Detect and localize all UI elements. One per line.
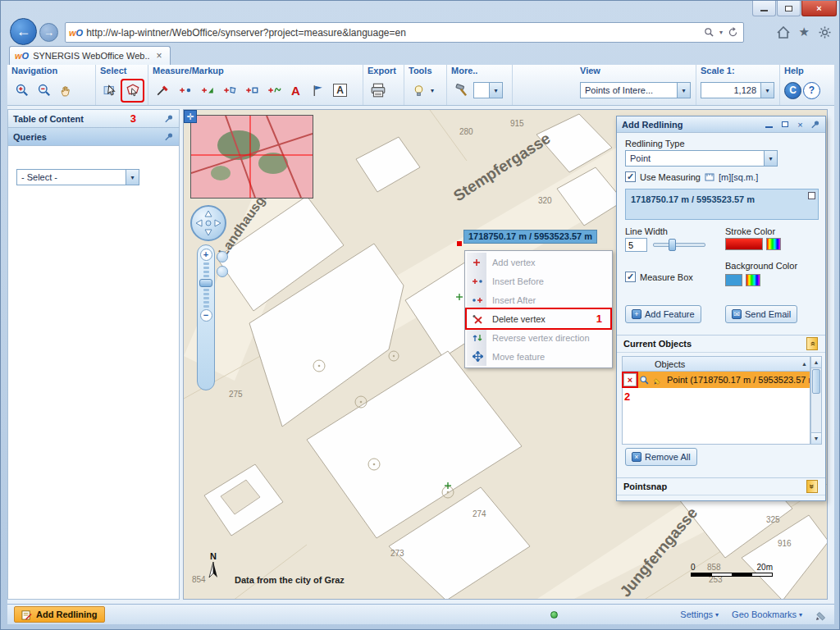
redline-rectangle-button[interactable]: [241, 80, 262, 101]
coordinate-readout: 1718750.17 m / 5953523.57 m: [625, 189, 819, 220]
panel-minimize-icon[interactable]: [764, 119, 774, 130]
minimize-button[interactable]: [752, 1, 776, 16]
panel-close-icon[interactable]: ×: [795, 119, 806, 130]
measure-box-checkbox[interactable]: ✓: [625, 272, 636, 282]
geo-bookmarks-link[interactable]: Geo Bookmarks▾: [732, 609, 802, 619]
query-select-dropdown[interactable]: - Select - ▾: [16, 169, 139, 185]
chevron-down-icon[interactable]: ▾: [489, 83, 502, 98]
zoom-in-button[interactable]: [11, 80, 32, 101]
back-button[interactable]: ←: [10, 18, 37, 45]
chevron-down-icon[interactable]: ▾: [764, 151, 777, 166]
scale-dropdown[interactable]: 1,128▾: [701, 82, 774, 98]
scrollbar-thumb[interactable]: [812, 369, 820, 394]
zoom-in-slider-button[interactable]: +: [200, 249, 212, 261]
redline-freehand-button[interactable]: [263, 80, 284, 101]
zoom-out-button[interactable]: [34, 80, 54, 101]
line-width-slider[interactable]: [653, 243, 705, 247]
copy-icon[interactable]: [808, 192, 815, 199]
favorites-star-icon[interactable]: ★: [799, 25, 810, 39]
vertex-marker[interactable]: [457, 241, 462, 246]
chevron-down-icon[interactable]: ▾: [126, 170, 139, 185]
redline-edit-button[interactable]: [153, 80, 173, 101]
overview-move-handle[interactable]: ✛: [184, 110, 197, 123]
settings-gear-icon[interactable]: [819, 26, 831, 39]
url-text[interactable]: http://w-lap-wintner/WebOffice/synserver…: [86, 27, 701, 39]
home-icon[interactable]: [777, 26, 790, 39]
background-color-picker-icon[interactable]: [746, 274, 760, 286]
delete-object-button[interactable]: ×: [623, 373, 637, 386]
add-redlining-status-tab[interactable]: Add Redlining: [14, 606, 105, 623]
stroke-color-picker-icon[interactable]: [766, 238, 781, 250]
overview-map[interactable]: [190, 115, 313, 199]
help-button[interactable]: ?: [803, 82, 820, 99]
panel-restore-icon[interactable]: [779, 119, 790, 130]
forward-button[interactable]: →: [39, 23, 58, 42]
scroll-down-icon[interactable]: ▼: [811, 432, 821, 444]
close-button[interactable]: ×: [801, 1, 837, 16]
background-color-swatch[interactable]: [725, 274, 742, 286]
redline-line-button[interactable]: [197, 80, 217, 101]
zoom-extent-button[interactable]: [217, 251, 228, 262]
more-dropdown[interactable]: ▾: [473, 82, 503, 98]
sort-ascending-icon[interactable]: ▲: [801, 361, 807, 367]
search-dropdown-icon[interactable]: ▾: [719, 29, 723, 36]
redlining-type-dropdown[interactable]: Point ▾: [625, 150, 778, 167]
zoom-out-slider-button[interactable]: −: [200, 309, 212, 322]
tab-favicon: wO: [15, 51, 29, 61]
settings-link[interactable]: Settings▾: [680, 609, 719, 619]
stroke-color-swatch[interactable]: [725, 238, 763, 250]
zoom-to-object-button[interactable]: [637, 373, 651, 386]
current-objects-header[interactable]: Current Objects »: [617, 335, 825, 353]
maximize-button[interactable]: [777, 1, 801, 16]
line-width-input[interactable]: [625, 238, 647, 252]
flag-markup-button[interactable]: [308, 80, 328, 101]
label-markup-button[interactable]: A: [330, 80, 350, 101]
copyright-button[interactable]: C: [784, 82, 801, 99]
object-row-selected[interactable]: × Point (1718750.17 m / 5953523.57 m): [623, 372, 810, 388]
use-measuring-checkbox[interactable]: ✓: [625, 171, 636, 182]
redline-point-button[interactable]: [175, 80, 195, 101]
view-dropdown[interactable]: Points of Intere...▾: [580, 82, 691, 98]
pin-icon[interactable]: [810, 120, 820, 130]
add-feature-button[interactable]: + Add Feature: [625, 305, 701, 323]
select-features-button[interactable]: [100, 80, 121, 101]
expand-section-icon[interactable]: »: [806, 480, 818, 493]
more-tools-button[interactable]: [451, 80, 472, 101]
pan-compass[interactable]: [190, 205, 226, 241]
refresh-icon[interactable]: [728, 27, 738, 38]
table-of-content-header[interactable]: Table of Content 3: [8, 110, 179, 128]
edit-pencil-icon[interactable]: [815, 609, 828, 621]
pin-icon[interactable]: [164, 132, 174, 142]
collapse-section-icon[interactable]: »: [806, 337, 818, 350]
zoom-slider[interactable]: + −: [197, 244, 215, 390]
objects-table-header[interactable]: Objects▲: [623, 357, 810, 372]
tools-button[interactable]: [409, 80, 429, 101]
pointsnap-header[interactable]: Pointsnap »: [617, 477, 825, 495]
scroll-up-icon[interactable]: ▲: [811, 357, 821, 368]
tab-close-icon[interactable]: ×: [153, 50, 165, 62]
remove-all-button[interactable]: × Remove All: [625, 448, 697, 466]
redline-polygon-button[interactable]: [219, 80, 240, 101]
browser-tab[interactable]: wO SYNERGIS WebOffice Web... ×: [9, 46, 171, 65]
pan-button[interactable]: [56, 80, 76, 101]
menu-item-delete-vertex[interactable]: Delete vertex 1: [467, 309, 610, 328]
print-button[interactable]: [368, 80, 388, 101]
search-icon[interactable]: [704, 27, 714, 38]
zoom-previous-button[interactable]: [217, 266, 228, 277]
zoom-slider-thumb[interactable]: [199, 279, 212, 287]
chevron-down-icon[interactable]: ▾: [677, 83, 690, 98]
line-width-slider-thumb[interactable]: [669, 239, 676, 251]
chevron-down-icon[interactable]: ▾: [760, 83, 774, 98]
objects-scrollbar[interactable]: ▲ ▼: [810, 356, 822, 445]
send-email-button[interactable]: ✉ Send Email: [725, 305, 797, 323]
edit-object-button[interactable]: [651, 373, 664, 386]
send-email-label: Send Email: [745, 309, 791, 319]
panel-header[interactable]: Add Redlining ×: [617, 116, 825, 133]
queries-header[interactable]: Queries: [8, 128, 179, 146]
tools-dropdown-icon[interactable]: ▾: [431, 87, 434, 94]
select-redlining-button[interactable]: [122, 80, 143, 101]
address-bar[interactable]: wO http://w-lap-wintner/WebOffice/synser…: [65, 22, 744, 43]
text-markup-button[interactable]: A: [285, 80, 306, 101]
north-label: N: [207, 551, 220, 561]
pin-icon[interactable]: [164, 114, 174, 124]
